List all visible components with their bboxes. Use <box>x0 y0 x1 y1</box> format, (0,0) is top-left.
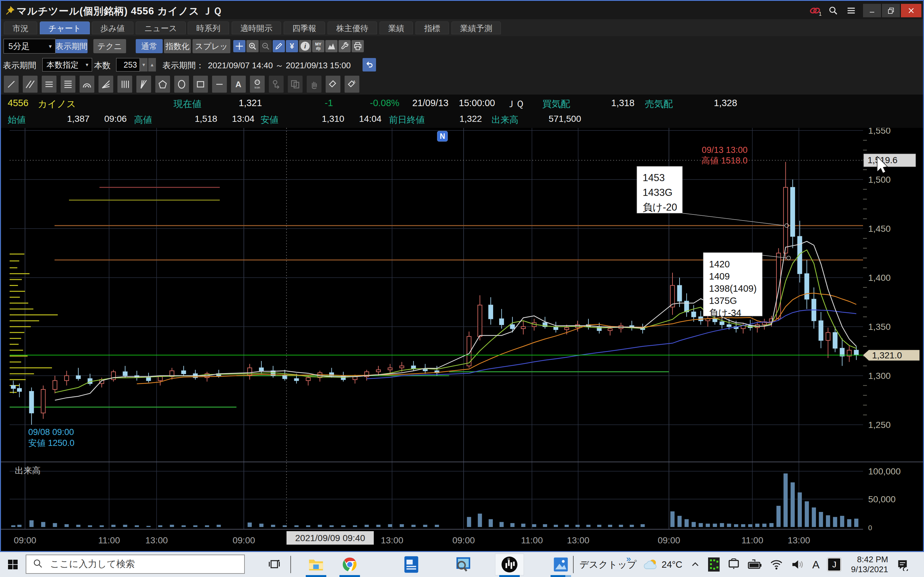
eraser-all-icon[interactable]: A <box>344 76 359 93</box>
volume-bar <box>565 525 569 527</box>
candle-body <box>182 371 186 374</box>
volume-bar <box>840 516 844 527</box>
eraser-icon[interactable] <box>326 76 341 93</box>
reset-period-icon[interactable] <box>363 58 376 71</box>
zoom-in-icon[interactable] <box>246 40 258 52</box>
timeframe-select[interactable]: 5分足▼ <box>3 39 55 53</box>
toolbar-button-指数化[interactable]: 指数化 <box>164 39 191 53</box>
volume-profile-icon[interactable] <box>325 40 338 52</box>
hand-tool-icon[interactable] <box>307 76 321 93</box>
menu-tab-指標[interactable]: 指標 <box>415 21 449 34</box>
minimize-button[interactable] <box>863 4 881 17</box>
open: 1,387 <box>67 114 89 124</box>
horizontal-segment-icon[interactable] <box>212 76 227 93</box>
menu-tab-四季報[interactable]: 四季報 <box>284 21 325 34</box>
menu-tab-適時開示[interactable]: 適時開示 <box>232 21 281 34</box>
taskbar-app-chrome[interactable] <box>336 554 364 575</box>
fan-lines-icon[interactable] <box>99 76 113 93</box>
running-indicator <box>499 575 520 577</box>
hidden-icons-chevron[interactable] <box>690 560 700 569</box>
volume-bar <box>294 525 299 527</box>
anchor-arrow-icon[interactable] <box>269 76 284 93</box>
horizontal-lines-icon[interactable] <box>42 76 57 93</box>
menu-tab-市況[interactable]: 市況 <box>4 21 37 34</box>
speaker-icon[interactable] <box>791 558 804 571</box>
running-indicator <box>339 575 360 577</box>
info-icon[interactable]: i <box>299 40 311 52</box>
parallel-lines-icon[interactable] <box>23 76 37 93</box>
task-view-icon[interactable] <box>267 557 281 572</box>
menu-tabs: 市況チャート歩み値ニュース時系列適時開示四季報株主優待業績指標業績予測 <box>0 19 924 37</box>
market: ＪＱ <box>506 98 524 111</box>
y-axis-label: 1,400 <box>868 273 891 283</box>
position-tooltip-line: 負け-20 <box>643 201 677 213</box>
pencil-icon[interactable] <box>273 40 285 52</box>
link-windows-icon[interactable]: 1 <box>808 4 822 17</box>
menu-icon[interactable] <box>844 4 858 17</box>
toolbar-button-表示期間[interactable]: 表示期間 <box>55 39 87 53</box>
pentagon-icon[interactable] <box>155 76 170 93</box>
candle-body <box>53 380 57 390</box>
count-input[interactable]: 253 <box>116 58 140 71</box>
duplicate-icon[interactable] <box>288 76 302 93</box>
print-icon[interactable] <box>352 40 364 52</box>
x-axis-label: 13:00 <box>145 535 168 545</box>
menu-tab-チャート[interactable]: チャート <box>40 21 90 34</box>
close-button[interactable] <box>901 4 921 17</box>
menu-tab-ニュース[interactable]: ニュース <box>136 21 186 34</box>
taskbar-app-file-explorer[interactable] <box>302 554 330 575</box>
ime-mode-badge[interactable]: J <box>827 558 841 571</box>
taskbar-app-mail-app[interactable] <box>397 554 425 575</box>
window-border-left <box>0 1 1 553</box>
maximize-button[interactable] <box>882 4 900 17</box>
ime-letter[interactable]: A <box>813 558 820 571</box>
menu-tab-時系列[interactable]: 時系列 <box>188 21 229 34</box>
menu-tab-歩み値[interactable]: 歩み値 <box>92 21 134 34</box>
menu-tab-株主優待[interactable]: 株主優待 <box>328 21 377 34</box>
taskbar-app-photos[interactable] <box>547 554 575 575</box>
volume-bar <box>170 525 174 527</box>
menu-tab-業績[interactable]: 業績 <box>380 21 413 34</box>
my-chart-icon[interactable]: MYıl|ı <box>312 40 325 52</box>
start-button[interactable] <box>7 559 19 570</box>
price-chart[interactable]: 1,5501,5001,4501,4001,3501,3001,250100,0… <box>0 128 924 553</box>
count-decrement[interactable]: ▼ <box>140 58 148 71</box>
toolbar-button-テクニカル[interactable]: テクニカル <box>94 39 126 53</box>
pixel-app-icon[interactable] <box>708 558 720 572</box>
text-tool-icon[interactable]: A <box>231 76 246 93</box>
crosshair-icon[interactable] <box>233 40 246 52</box>
volume-bar <box>819 512 823 527</box>
clock[interactable]: 8:42 PM9/13/2021 <box>849 554 888 574</box>
count-mode-select[interactable]: 本数指定▼ <box>42 58 92 71</box>
taskbar-app-screen-zoom[interactable] <box>449 554 477 575</box>
angle-lines-icon[interactable] <box>136 76 151 93</box>
fibonacci-arcs-icon[interactable] <box>79 76 94 93</box>
display-icon[interactable] <box>728 558 740 571</box>
zoom-out-icon[interactable] <box>260 40 272 52</box>
wrench-icon[interactable] <box>338 40 351 52</box>
yen-icon[interactable]: ¥ <box>286 40 298 52</box>
ellipse-icon[interactable] <box>174 76 189 93</box>
vertical-lines-icon[interactable] <box>118 76 132 93</box>
volume-bar <box>29 520 34 527</box>
trendline-icon[interactable] <box>4 76 19 93</box>
volume-bar <box>720 523 724 527</box>
rectangle-icon[interactable] <box>193 76 208 93</box>
taskbar-search-input[interactable]: ここに入力して検索 <box>26 554 245 574</box>
count-increment[interactable]: ▲ <box>148 58 156 71</box>
volume-bar <box>135 525 139 527</box>
desktop-expand-chevron[interactable]: » <box>626 554 631 564</box>
titlebar[interactable]: マルチツール(個別銘柄) 4556 カイノス ＪＱ 1 <box>0 2 924 19</box>
x-axis-label: 11:00 <box>98 535 120 545</box>
toolbar-button-通常[interactable]: 通常 <box>136 39 163 53</box>
horizontal-lines-dense-icon[interactable] <box>61 76 75 93</box>
toolbar-button-スプレッド[interactable]: スプレッド <box>192 39 230 53</box>
search-icon[interactable] <box>826 4 840 17</box>
icon-stamp-icon[interactable]: icon <box>250 76 265 93</box>
battery-icon[interactable] <box>748 558 762 571</box>
action-center-icon[interactable] <box>896 558 909 571</box>
taskbar-app-trading-app[interactable]: R <box>495 554 523 575</box>
weather-icon[interactable]: 24°C <box>644 558 682 571</box>
wifi-icon[interactable] <box>770 558 783 571</box>
menu-tab-業績予測[interactable]: 業績予測 <box>451 21 501 34</box>
